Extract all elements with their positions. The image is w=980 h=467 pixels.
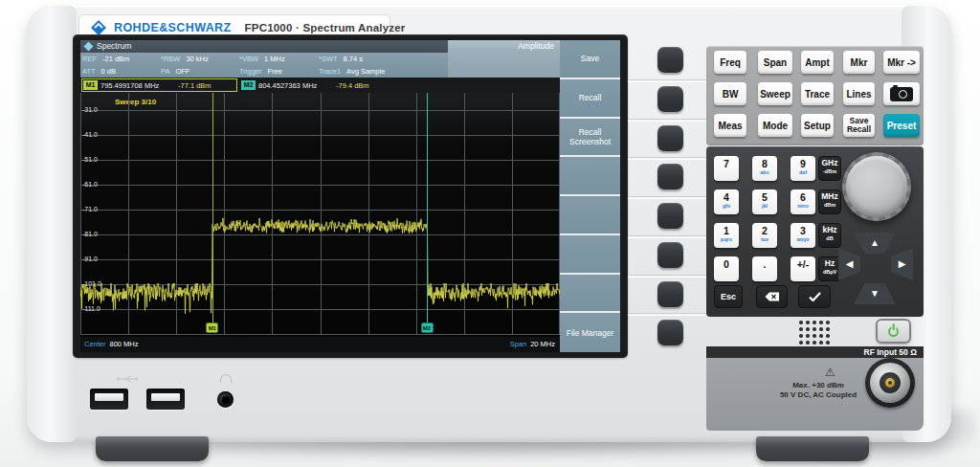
- setting-value: 8.74 s: [344, 55, 363, 63]
- digit-key-plusminus[interactable]: +/-: [791, 256, 815, 281]
- arrow-right-key[interactable]: ▶: [891, 248, 913, 280]
- headphone-icon: [220, 374, 232, 383]
- preset-key[interactable]: Preset: [883, 114, 920, 137]
- arrow-up-key[interactable]: ▲: [854, 233, 896, 254]
- mkr->-key[interactable]: Mkr ->: [883, 51, 920, 74]
- rf-connector-panel: ⚠ Max. +30 dBm 50 V DC, AC Coupled: [706, 358, 924, 431]
- softkey-groove: [628, 119, 706, 122]
- setting-label: *VBW: [239, 55, 258, 63]
- digit-key-dot[interactable]: .: [752, 256, 777, 281]
- backspace-key[interactable]: [756, 285, 788, 308]
- digit-letters: ghi: [714, 204, 739, 209]
- unit-key-mhz[interactable]: MHzdBm: [818, 189, 841, 214]
- enter-key[interactable]: [798, 285, 831, 308]
- unit-key-khz[interactable]: kHzdB: [818, 223, 841, 248]
- softkey-button-2[interactable]: [657, 86, 683, 112]
- active-menu-title: Amplitude: [448, 40, 560, 53]
- digit-key-1[interactable]: 1pqrs: [714, 223, 739, 248]
- arrow-left-key[interactable]: ◀: [838, 248, 860, 280]
- product-name: Spectrum Analyzer: [302, 22, 405, 33]
- softkey-menu-item-file-manager: File Manager: [560, 313, 620, 352]
- softkey-button-column: [628, 40, 706, 353]
- mode-label: Spectrum: [97, 41, 131, 51]
- mkr-key[interactable]: Mkr: [843, 51, 875, 74]
- digit-key-3[interactable]: 3wxyz: [791, 223, 815, 248]
- meas-key[interactable]: Meas: [714, 114, 746, 137]
- arrow-down-key[interactable]: ▼: [854, 283, 896, 304]
- digit-letters: pqrs: [714, 237, 739, 242]
- model-name: FPC1000 · Spectrum Analyzer: [245, 22, 406, 33]
- usb-port-2[interactable]: [146, 389, 185, 410]
- trace-key[interactable]: Trace: [801, 82, 834, 105]
- usb-icon: [115, 372, 140, 386]
- digit-label: 7: [714, 157, 739, 170]
- setting-value: Avg Sample: [346, 67, 385, 76]
- marker-flag-m1: M1: [206, 322, 218, 333]
- center-value: 800 MHz: [110, 340, 139, 348]
- span-key[interactable]: Span: [758, 51, 792, 74]
- mode-key[interactable]: Mode: [758, 114, 792, 137]
- mode-diamond-icon: [84, 42, 94, 52]
- marker-line-m1: [212, 93, 213, 322]
- span-value: 20 MHz: [530, 340, 555, 348]
- softkey-groove: [628, 235, 706, 238]
- freq-key[interactable]: Freq: [714, 51, 746, 74]
- speaker-dot: [819, 334, 823, 338]
- sweep-key[interactable]: Sweep: [758, 82, 792, 105]
- speaker-dot: [826, 321, 830, 324]
- setting-vbw: *VBW1 MHz: [239, 55, 285, 63]
- screenshot-camera-key[interactable]: [883, 82, 920, 105]
- softkey-button-5[interactable]: [657, 203, 683, 229]
- function-key-panel: FreqSpanAmptMkrMkr ->BWSweepTraceLinesMe…: [706, 46, 924, 145]
- unit-sub: dBm: [819, 203, 840, 208]
- digit-key-8[interactable]: 8abc: [752, 156, 777, 181]
- usb-port-1[interactable]: [90, 389, 128, 410]
- lines-key[interactable]: Lines: [843, 82, 875, 105]
- setup-key[interactable]: Setup: [801, 114, 834, 137]
- softkey-button-1[interactable]: [657, 47, 683, 73]
- usb-tongue: [151, 393, 180, 401]
- digit-key-7[interactable]: 7: [714, 156, 739, 181]
- softkey-button-4[interactable]: [657, 164, 683, 189]
- model-number: FPC1000: [245, 22, 293, 33]
- speaker-dot: [799, 341, 803, 345]
- softkey-button-3[interactable]: [657, 125, 683, 151]
- digit-key-4[interactable]: 4ghi: [714, 189, 739, 214]
- softkey-groove: [628, 313, 706, 316]
- connector-inner: [880, 372, 901, 393]
- ampt-key[interactable]: Ampt: [801, 51, 834, 74]
- digit-key-0[interactable]: 0: [714, 256, 739, 281]
- rf-input-connector[interactable]: [865, 358, 915, 408]
- setting-label: Trace1: [319, 67, 341, 76]
- softkey-menu-item-empty-3: [560, 157, 620, 194]
- digit-label: 9: [791, 157, 815, 170]
- marker1-frequency: 795.4991708 MHz: [100, 81, 159, 90]
- marker-line-m2: [427, 93, 428, 322]
- spectrum-plot: Sweep 3/10 -31.0-41.0-51.0-61.0-71.0-81.…: [80, 93, 560, 337]
- setting-swt: *SWT8.74 s: [319, 55, 363, 63]
- unit-key-hz[interactable]: HzdBµV: [818, 256, 841, 281]
- softkey-button-6[interactable]: [657, 242, 683, 268]
- settings-highlight-column: [448, 53, 560, 78]
- softkey-button-7[interactable]: [657, 281, 683, 307]
- esc-key[interactable]: Esc: [714, 285, 743, 308]
- marker1-level: -77.1 dBm: [178, 81, 212, 90]
- save-recall-key[interactable]: Save Recall: [843, 114, 875, 137]
- digit-label: 0: [714, 257, 739, 271]
- unit-key-ghz[interactable]: GHz-dBm: [818, 156, 841, 181]
- rotary-knob[interactable]: [846, 156, 907, 217]
- power-button[interactable]: [876, 319, 911, 344]
- bw-key[interactable]: BW: [714, 82, 746, 105]
- headphone-jack[interactable]: [217, 391, 234, 408]
- digit-key-5[interactable]: 5jkl: [752, 189, 777, 214]
- digit-key-2[interactable]: 2tuv: [752, 223, 777, 248]
- softkey-groove: [628, 275, 706, 278]
- unit-sub: -dBm: [819, 169, 840, 174]
- digit-letters: mno: [791, 204, 815, 209]
- digit-key-9[interactable]: 9def: [791, 156, 815, 181]
- speaker-dot: [806, 321, 810, 324]
- digit-key-6[interactable]: 6mno: [791, 189, 815, 214]
- softkey-button-8[interactable]: [657, 320, 683, 345]
- speaker-dot: [813, 327, 816, 331]
- marker2-badge: M2: [241, 80, 256, 90]
